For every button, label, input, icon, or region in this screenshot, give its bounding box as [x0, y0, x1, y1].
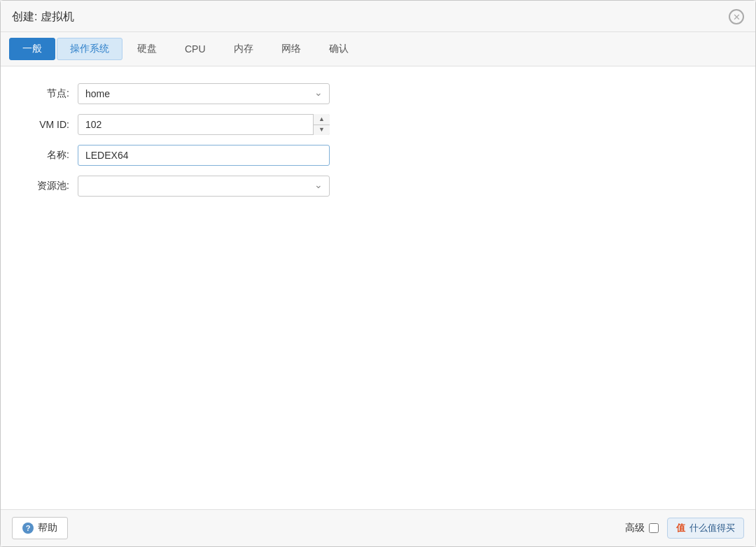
advanced-checkbox[interactable]: [649, 523, 659, 533]
dialog-title: 创建: 虚拟机: [12, 10, 74, 24]
node-row: 节点: home: [22, 83, 734, 104]
vmid-label: VM ID:: [22, 119, 78, 130]
name-label: 名称:: [22, 149, 78, 162]
name-input[interactable]: [78, 145, 330, 166]
tab-bar: 一般 操作系统 硬盘 CPU 内存 网络 确认: [1, 32, 755, 66]
pool-select[interactable]: [78, 176, 330, 197]
tab-disk[interactable]: 硬盘: [124, 38, 170, 60]
name-row: 名称:: [22, 145, 734, 166]
pool-control: [78, 176, 330, 197]
footer-right: 高级 值 什么值得买: [625, 518, 744, 539]
watermark-badge: 值 什么值得买: [667, 518, 744, 539]
vmid-input[interactable]: [78, 114, 330, 135]
pool-select-wrapper: [78, 176, 330, 197]
dialog-footer: ? 帮助 高级 值 什么值得买: [1, 509, 755, 546]
dialog-content: 节点: home VM ID: ▲ ▼: [1, 66, 755, 509]
advanced-wrap: 高级: [625, 522, 659, 534]
tab-general[interactable]: 一般: [9, 38, 55, 60]
vmid-increment-button[interactable]: ▲: [314, 114, 330, 125]
tab-os[interactable]: 操作系统: [57, 38, 122, 60]
name-control: [78, 145, 330, 166]
node-select-wrapper: home: [78, 83, 330, 104]
help-icon: ?: [22, 523, 34, 534]
pool-row: 资源池:: [22, 176, 734, 197]
vmid-spinner-wrapper: ▲ ▼: [78, 114, 330, 135]
tab-network[interactable]: 网络: [268, 38, 314, 60]
close-button[interactable]: ✕: [729, 9, 744, 24]
vmid-row: VM ID: ▲ ▼: [22, 114, 734, 135]
node-select[interactable]: home: [78, 83, 330, 104]
advanced-label: 高级: [625, 522, 645, 534]
tab-memory[interactable]: 内存: [220, 38, 267, 60]
create-vm-dialog: 创建: 虚拟机 ✕ 一般 操作系统 硬盘 CPU 内存 网络 确认 节点: ho…: [0, 0, 756, 547]
node-control: home: [78, 83, 330, 104]
help-button[interactable]: ? 帮助: [12, 517, 68, 539]
tab-cpu[interactable]: CPU: [172, 38, 219, 59]
vmid-spinner-buttons: ▲ ▼: [313, 114, 330, 135]
watermark-text: 什么值得买: [690, 522, 735, 534]
vmid-decrement-button[interactable]: ▼: [314, 125, 330, 136]
dialog-titlebar: 创建: 虚拟机 ✕: [1, 1, 755, 32]
tab-confirm[interactable]: 确认: [316, 38, 362, 60]
vmid-control: ▲ ▼: [78, 114, 330, 135]
watermark-logo: 值: [676, 522, 685, 534]
footer-left: ? 帮助: [12, 517, 68, 539]
node-label: 节点:: [22, 87, 78, 100]
close-icon: ✕: [733, 13, 741, 22]
help-label: 帮助: [38, 522, 57, 534]
pool-label: 资源池:: [22, 180, 78, 192]
